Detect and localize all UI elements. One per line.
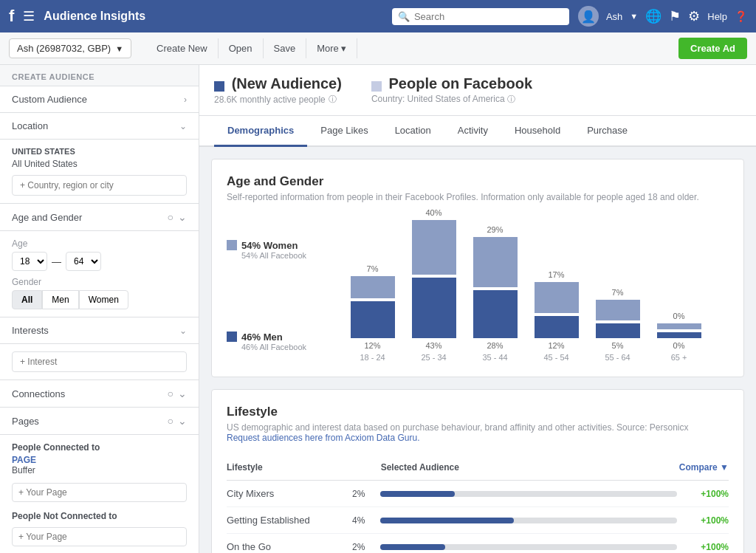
chart-legend-left: 54% Women 54% All Facebook 46% Men 46% A… — [227, 214, 345, 362]
tab-purchase[interactable]: Purchase — [574, 116, 641, 147]
search-input[interactable] — [414, 11, 563, 22]
age-from-select[interactable]: 18 — [12, 252, 47, 271]
tab-activity[interactable]: Activity — [444, 116, 501, 147]
sidebar-item-custom-audience[interactable]: Custom Audience › — [0, 86, 199, 112]
facebook-audience-name: People on Facebook — [371, 75, 532, 92]
tab-page-likes[interactable]: Page Likes — [307, 116, 381, 147]
age-gender-sub: Age 18 — 64 Gender All Men Women — [0, 230, 199, 317]
age-gender-panel: Age and Gender Self-reported information… — [211, 159, 744, 377]
sidebar-item-pages[interactable]: Pages ○ ⌄ — [0, 407, 199, 434]
location-sub: UNITED STATES All United States — [0, 139, 199, 203]
age-col-45-54: 17% 12% 45 - 54 — [529, 220, 584, 362]
lifestyle-pct: 4% — [352, 515, 374, 526]
open-button[interactable]: Open — [219, 38, 264, 58]
age-label-25-34: 25 - 34 — [421, 353, 446, 362]
fb-audience-color-indicator — [371, 81, 382, 92]
lifestyle-subtitle: US demographic and interest data based o… — [227, 422, 729, 443]
women-color — [227, 240, 237, 250]
chevron-down-icon[interactable]: ▼ — [630, 12, 638, 21]
lifestyle-bar-bg — [380, 491, 677, 497]
age-gender-icons: ○ ⌄ — [168, 211, 187, 223]
men-pct-65-plus: 0% — [657, 341, 701, 350]
sidebar-item-connections[interactable]: Connections ○ ⌄ — [0, 379, 199, 407]
globe-icon[interactable]: 🌐 — [645, 8, 662, 24]
women-bar-25-34: 40% — [412, 220, 456, 275]
lifestyle-bar-fill — [380, 491, 455, 497]
women-legend: 54% Women 54% All Facebook — [227, 240, 333, 260]
lifestyle-bar-fill — [380, 518, 514, 523]
women-pct-18-24: 7% — [351, 264, 395, 273]
men-bar-18-24: 12% — [351, 301, 395, 338]
men-pct-25-34: 43% — [412, 341, 456, 350]
account-selector[interactable]: Ash (26987032, GBP) ▼ — [9, 38, 131, 58]
gear-icon[interactable]: ⚙ — [688, 8, 700, 24]
age-col-35-44: 29% 28% 35 - 44 — [467, 220, 523, 362]
fb-icon: f — [9, 7, 14, 26]
interest-input[interactable] — [12, 351, 187, 372]
age-row: 18 — 64 — [12, 252, 187, 271]
age-dash: — — [52, 256, 61, 267]
lifestyle-col-label: Lifestyle — [227, 462, 263, 473]
gender-women-button[interactable]: Women — [79, 290, 128, 309]
men-pct-18-24: 12% — [351, 341, 395, 350]
sidebar-item-location[interactable]: Location ⌄ — [0, 112, 199, 139]
new-audience-block: (New Audience) 28.6K monthly active peop… — [214, 75, 342, 105]
your-page-input[interactable] — [12, 483, 187, 502]
hamburger-icon[interactable]: ☰ — [23, 8, 35, 24]
new-audience-name: (New Audience) — [214, 75, 342, 92]
your-page-input-2[interactable] — [12, 527, 187, 546]
sidebar-item-age-gender[interactable]: Age and Gender ○ ⌄ — [0, 203, 199, 230]
women-pct-55-64: 7% — [596, 288, 640, 297]
help-text[interactable]: Help — [707, 11, 727, 22]
save-button[interactable]: Save — [264, 38, 307, 58]
gender-men-button[interactable]: Men — [42, 290, 78, 309]
acxiom-link[interactable]: Request audiences here from Acxiom Data … — [227, 433, 419, 443]
lifestyle-pct: 2% — [352, 542, 374, 552]
create-new-button[interactable]: Create New — [146, 38, 219, 58]
age-gender-label: Age and Gender — [12, 212, 82, 223]
pages-icons: ○ ⌄ — [168, 415, 187, 427]
info-icon[interactable]: ⓘ — [507, 95, 515, 103]
men-bar-25-34: 43% — [412, 278, 456, 338]
men-pct-45-54: 12% — [535, 341, 579, 350]
bars-pair-35-44: 29% 28% — [473, 220, 518, 338]
toolbar: Ash (26987032, GBP) ▼ Create New Open Sa… — [0, 32, 756, 65]
user-name[interactable]: Ash — [606, 11, 622, 22]
men-pct-55-64: 5% — [596, 341, 640, 350]
women-pct-65-plus: 0% — [657, 312, 701, 320]
tab-location[interactable]: Location — [382, 116, 444, 147]
women-bar-35-44: 29% — [473, 237, 518, 287]
tab-demographics[interactable]: Demographics — [214, 116, 307, 147]
lifestyle-table-header: Lifestyle Selected Audience Compare ▼ — [227, 455, 729, 481]
age-to-select[interactable]: 64 — [66, 252, 101, 271]
connections-icons: ○ ⌄ — [168, 388, 187, 399]
compare-button[interactable]: Compare ▼ — [679, 462, 729, 473]
gender-buttons: All Men Women — [12, 290, 187, 309]
interests-label: Interests — [12, 325, 49, 336]
more-button[interactable]: More — [306, 38, 357, 58]
women-bar-55-64: 7% — [596, 300, 640, 320]
chevron-down-icon: ▼ — [115, 44, 123, 53]
age-col-65-plus: 0% 0% 65 + — [651, 220, 707, 362]
sidebar: CREATE AUDIENCE Custom Audience › Locati… — [0, 65, 199, 553]
tab-household[interactable]: Household — [501, 116, 574, 147]
interests-sub — [0, 343, 199, 379]
flag-icon[interactable]: ⚑ — [669, 8, 681, 24]
content-area: (New Audience) 28.6K monthly active peop… — [199, 65, 756, 553]
page-link[interactable]: PAGE — [12, 455, 36, 465]
top-nav: f ☰ Audience Insights 🔍 👤 Ash ▼ 🌐 ⚑ ⚙ He… — [0, 0, 756, 32]
help-icon[interactable]: ❓ — [735, 10, 747, 22]
lifestyle-change: +100% — [684, 489, 729, 499]
men-legend: 46% Men 46% All Facebook — [227, 332, 333, 351]
age-gender-subtitle: Self-reported information from people in… — [227, 192, 729, 202]
info-icon[interactable]: ⓘ — [329, 94, 337, 105]
lifestyle-bar-area: 2% — [352, 542, 677, 552]
audience-country: Country: United States of America ⓘ — [371, 94, 532, 105]
age-label-18-24: 18 - 24 — [360, 353, 385, 362]
create-ad-button[interactable]: Create Ad — [678, 38, 747, 59]
gender-all-button[interactable]: All — [12, 290, 42, 309]
women-pct-25-34: 40% — [412, 208, 456, 217]
location-input[interactable] — [12, 175, 187, 196]
content-tabs: Demographics Page Likes Location Activit… — [199, 116, 756, 147]
sidebar-item-interests[interactable]: Interests ⌄ — [0, 317, 199, 343]
